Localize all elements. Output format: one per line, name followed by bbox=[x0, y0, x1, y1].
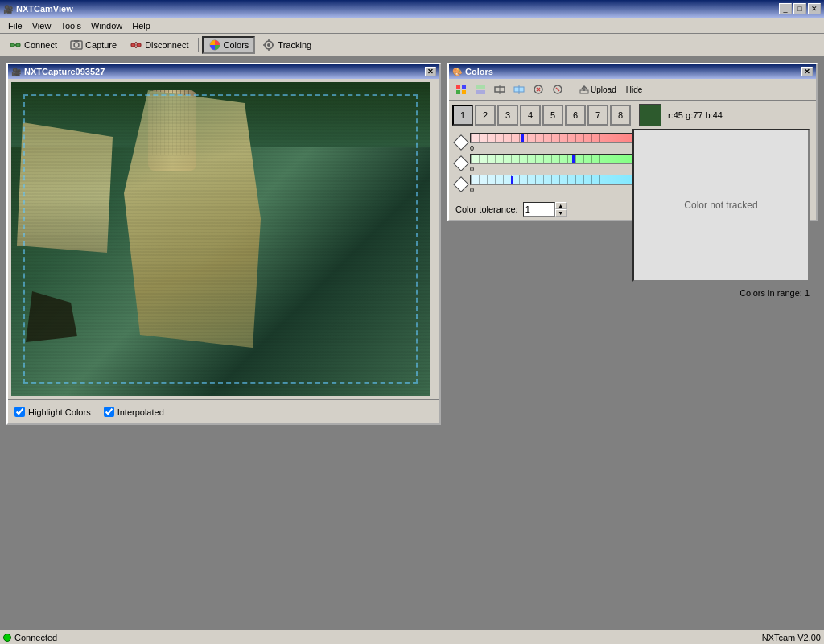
menu-bar: File View Tools Window Help bbox=[0, 18, 824, 34]
svg-point-16 bbox=[267, 43, 270, 47]
color-slot-8[interactable]: 8 bbox=[610, 105, 631, 126]
camera-noise bbox=[11, 82, 430, 396]
interpolated-checkbox[interactable] bbox=[104, 407, 114, 417]
capture-label: Capture bbox=[85, 40, 117, 50]
toolbar-separator-1 bbox=[198, 38, 199, 52]
color-preview-box: Color not tracked bbox=[632, 129, 810, 282]
menu-view[interactable]: View bbox=[27, 19, 56, 32]
color-slot-3[interactable]: 3 bbox=[497, 105, 518, 126]
color-slot-4[interactable]: 4 bbox=[520, 105, 541, 126]
hide-label: Hide bbox=[626, 85, 643, 94]
interpolated-label: Interpolated bbox=[117, 407, 164, 417]
menu-window[interactable]: Window bbox=[86, 19, 127, 32]
disconnect-icon bbox=[130, 39, 142, 52]
color-tool-4[interactable] bbox=[510, 81, 528, 97]
color-value-label: r:45 g:77 b:44 bbox=[668, 110, 723, 120]
tolerance-decrement[interactable]: ▼ bbox=[555, 209, 566, 217]
green-slider-thumb[interactable] bbox=[572, 155, 575, 163]
svg-rect-6 bbox=[131, 43, 135, 47]
highlight-colors-checkbox-label[interactable]: Highlight Colors bbox=[14, 407, 91, 417]
color-slot-6[interactable]: 6 bbox=[565, 105, 586, 126]
status-left: Connected bbox=[3, 633, 57, 642]
app-title: 🎥 NXTCamView bbox=[3, 4, 73, 14]
title-bar-controls: _ □ ✕ bbox=[779, 3, 821, 14]
colors-panel-title-text: Colors bbox=[465, 67, 493, 76]
colors-panel-close[interactable]: ✕ bbox=[801, 67, 813, 76]
svg-rect-22 bbox=[476, 90, 485, 94]
connect-icon bbox=[9, 39, 22, 52]
app-title-text: NXTCamView bbox=[16, 4, 73, 14]
colors-label: Colors bbox=[224, 40, 249, 50]
blue-slider-thumb[interactable] bbox=[511, 176, 513, 184]
color-slot-1[interactable]: 1 bbox=[452, 105, 473, 126]
svg-point-4 bbox=[74, 43, 79, 47]
close-button[interactable]: ✕ bbox=[808, 3, 821, 14]
interpolated-checkbox-label[interactable]: Interpolated bbox=[104, 407, 164, 417]
capture-window-titlebar: 🎥 NXTCapture093527 ✕ bbox=[8, 64, 439, 79]
upload-button[interactable]: Upload bbox=[575, 81, 620, 97]
tolerance-label: Color tolerance: bbox=[455, 204, 518, 214]
colors-in-range-text: Colors in range: 1 bbox=[740, 288, 810, 298]
capture-window-title: NXTCapture093527 bbox=[24, 67, 105, 76]
colors-toolbar: Upload Hide bbox=[449, 79, 816, 101]
tolerance-spinbox[interactable]: 1 bbox=[523, 202, 555, 217]
capture-button[interactable]: Capture bbox=[64, 36, 122, 54]
tracking-label: Tracking bbox=[278, 40, 311, 50]
menu-file[interactable]: File bbox=[3, 19, 27, 32]
blue-slider-min-handle[interactable] bbox=[453, 176, 469, 192]
connect-button[interactable]: Connect bbox=[3, 36, 63, 54]
tracking-button[interactable]: Tracking bbox=[257, 36, 317, 54]
hide-button[interactable]: Hide bbox=[622, 81, 647, 97]
color-tool-3[interactable] bbox=[491, 81, 509, 97]
connect-label: Connect bbox=[24, 40, 57, 50]
camera-background bbox=[11, 82, 430, 396]
color-slot-5[interactable]: 5 bbox=[542, 105, 563, 126]
svg-rect-21 bbox=[476, 85, 485, 89]
color-tool-6[interactable] bbox=[549, 81, 566, 97]
svg-rect-5 bbox=[74, 40, 79, 42]
highlight-colors-label: Highlight Colors bbox=[28, 407, 91, 417]
upload-label: Upload bbox=[591, 85, 616, 94]
maximize-button[interactable]: □ bbox=[793, 3, 806, 14]
main-area: 🎥 NXTCapture093527 ✕ bbox=[0, 56, 824, 630]
capture-window-close[interactable]: ✕ bbox=[425, 67, 436, 76]
colors-panel-titlebar: 🎨 Colors ✕ bbox=[449, 64, 816, 79]
svg-rect-1 bbox=[16, 43, 20, 47]
svg-line-31 bbox=[556, 88, 559, 91]
red-slider-min-handle[interactable] bbox=[453, 134, 469, 151]
disconnect-button[interactable]: Disconnect bbox=[124, 36, 194, 54]
app-version: NXTcam V2.00 bbox=[762, 633, 821, 642]
red-slider-thumb[interactable] bbox=[521, 134, 524, 142]
camera-view bbox=[11, 82, 430, 396]
menu-help[interactable]: Help bbox=[127, 19, 155, 32]
colors-in-range-label: Colors in range: 1 bbox=[740, 288, 810, 298]
tracking-icon bbox=[262, 39, 275, 52]
status-bar: Connected NXTcam V2.00 bbox=[0, 630, 824, 644]
color-tool-2[interactable] bbox=[472, 81, 489, 97]
color-slot-2[interactable]: 2 bbox=[475, 105, 496, 126]
colors-button[interactable]: Colors bbox=[202, 36, 256, 54]
svg-rect-0 bbox=[10, 43, 14, 47]
tolerance-value: 1 bbox=[525, 204, 530, 214]
svg-rect-7 bbox=[137, 43, 141, 47]
svg-rect-17 bbox=[456, 85, 460, 89]
highlight-colors-checkbox[interactable] bbox=[14, 407, 25, 417]
color-tool-1[interactable] bbox=[452, 81, 470, 97]
green-slider-min-handle[interactable] bbox=[453, 155, 469, 171]
color-tool-5[interactable] bbox=[529, 81, 547, 97]
colors-icon bbox=[208, 39, 221, 52]
tolerance-spin-buttons: ▲ ▼ bbox=[555, 202, 566, 217]
minimize-button[interactable]: _ bbox=[779, 3, 792, 14]
capture-icon bbox=[70, 39, 83, 52]
selected-color-swatch bbox=[639, 104, 661, 126]
main-toolbar: Connect Capture Disconnect bbox=[0, 34, 824, 56]
svg-rect-19 bbox=[456, 90, 460, 94]
capture-bottom-bar: Highlight Colors Interpolated bbox=[8, 399, 439, 423]
svg-rect-18 bbox=[462, 85, 466, 89]
menu-tools[interactable]: Tools bbox=[56, 19, 86, 32]
color-slot-7[interactable]: 7 bbox=[587, 105, 608, 126]
color-slots: 1 2 3 4 5 6 7 8 r:45 g:77 b:44 bbox=[449, 101, 816, 130]
colors-panel: 🎨 Colors ✕ bbox=[447, 63, 818, 221]
tolerance-increment[interactable]: ▲ bbox=[555, 202, 566, 209]
svg-rect-20 bbox=[462, 90, 466, 94]
